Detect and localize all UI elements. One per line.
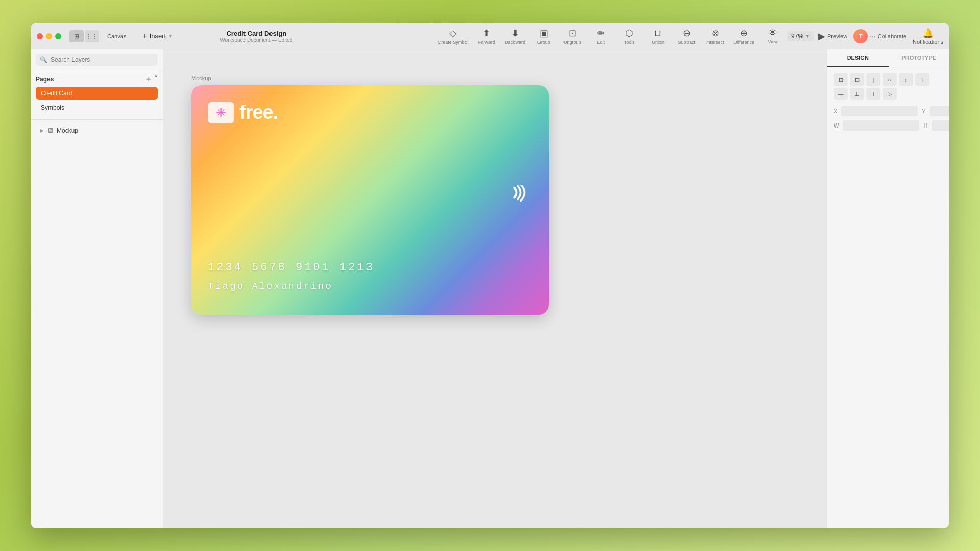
ungroup-label: Ungroup [564,40,581,45]
right-tools: ▶ Preview T ··· Collaborate 🔔 Notificati… [818,28,943,45]
search-section: 🔍 [31,49,163,70]
difference-icon: ⊕ [740,28,748,39]
pages-label: Pages [36,76,54,83]
subtract-tool[interactable]: ⊖ Subtract [676,28,697,45]
card-logo-text: free. [239,102,278,123]
toolbar-tools: ◇ Create Symbol ⬆ Forward ⬇ Backward ▣ G… [438,28,783,45]
h-input[interactable] [932,120,949,131]
w-input[interactable] [843,120,919,131]
page-item-credit-card[interactable]: Credit Card [36,87,158,100]
plus-icon: + [142,32,147,41]
h-label: H [923,122,927,129]
intersect-icon: ⊗ [712,28,719,39]
page-item-symbols[interactable]: Symbols [36,101,158,114]
align-tools: ⊞ ⊟ | ↔ ↕ ⊤ — ⊥ T ▷ [834,73,943,100]
distribute-v-button[interactable]: ▷ [883,88,897,100]
intersect-tool[interactable]: ⊗ Intersect [705,28,725,45]
right-panel-body: ⊞ ⊟ | ↔ ↕ ⊤ — ⊥ T ▷ X Y [827,67,949,528]
traffic-lights [37,33,61,39]
group-tool[interactable]: ▣ Group [533,28,554,45]
search-input-wrap: 🔍 [36,54,158,66]
view-icon: 👁 [768,28,777,38]
x-input[interactable] [841,106,918,116]
edit-tool[interactable]: ✏ Edit [591,28,611,45]
right-panel-tabs: DESIGN PROTOTYPE [827,49,949,67]
flip-v-button[interactable]: ↕ [899,73,913,86]
document-title: Credit Card Design [226,30,286,37]
preview-button[interactable]: ▶ Preview [818,31,847,42]
app-window: ⊞ ⋮⋮ Canvas + Insert ▼ Credit Card Desig… [31,23,949,528]
align-left-button[interactable]: ⊞ [834,73,848,86]
layer-monitor-icon: 🖥 [47,127,54,134]
w-label: W [834,122,839,129]
left-sidebar: 🔍 Pages ＋ ˅ Credit Card Symbols [31,49,163,528]
subtract-label: Subtract [678,40,695,45]
x-label: X [834,108,837,114]
view-label: View [768,39,777,44]
maximize-button[interactable] [55,33,61,39]
y-label: Y [922,108,925,114]
zoom-chevron: ▼ [805,34,810,39]
union-tool[interactable]: ⊔ Union [648,28,668,45]
canvas-view-button[interactable]: ⊞ [69,30,84,42]
view-toggle: ⊞ ⋮⋮ [69,30,99,42]
insert-button[interactable]: + Insert ▼ [138,30,177,43]
more-button[interactable]: ··· [870,32,876,40]
document-title-section: Credit Card Design Workspace Document — … [181,30,434,43]
design-tab[interactable]: DESIGN [827,49,889,67]
tools-icon: ⬡ [625,28,633,39]
minimize-button[interactable] [46,33,52,39]
view-tool[interactable]: 👁 View [763,28,783,44]
align-right-button[interactable]: | [866,73,880,86]
create-symbol-tool[interactable]: ◇ Create Symbol [438,28,469,45]
align-center-h-button[interactable]: ⊟ [850,73,864,86]
grid-view-button[interactable]: ⋮⋮ [85,30,99,42]
ungroup-tool[interactable]: ⊡ Ungroup [562,28,582,45]
asterisk-icon: ✳ [216,106,226,120]
difference-tool[interactable]: ⊕ Difference [733,28,754,45]
create-symbol-icon: ◇ [449,28,456,39]
credit-card-frame[interactable]: ✳ free. 1234 5678 9101 1213 Tiago Alexan… [191,85,549,315]
credit-card-design: ✳ free. 1234 5678 9101 1213 Tiago Alexan… [191,85,549,315]
pages-header: Pages ＋ ˅ [36,74,158,84]
create-symbol-label: Create Symbol [438,40,469,45]
y-input[interactable] [930,106,949,116]
backward-tool[interactable]: ⬇ Backward [505,28,525,45]
prototype-tab[interactable]: PROTOTYPE [889,49,950,67]
close-button[interactable] [37,33,43,39]
tools-tool[interactable]: ⬡ Tools [619,28,640,45]
chevron-icon: ▼ [168,33,173,39]
layer-mockup[interactable]: ▶ 🖥 Mockup [36,124,158,137]
card-logo-icon: ✳ [208,102,234,123]
forward-label: Forward [478,40,495,45]
ungroup-icon: ⊡ [569,28,576,39]
preview-label: Preview [827,33,847,39]
pages-menu-button[interactable]: ˅ [154,74,158,84]
canvas-area[interactable]: Mockup ✳ free. [163,49,827,528]
difference-label: Difference [733,40,754,45]
collaborate-section: T ··· Collaborate [853,29,906,43]
bell-icon: 🔔 [922,28,934,39]
align-middle-button[interactable]: — [834,88,848,100]
align-top-button[interactable]: ⊤ [915,73,929,86]
align-bottom-button[interactable]: ⊥ [850,88,864,100]
add-page-button[interactable]: ＋ [145,74,152,84]
flip-h-button[interactable]: ↔ [883,73,897,86]
right-panel: DESIGN PROTOTYPE ⊞ ⊟ | ↔ ↕ ⊤ — ⊥ T ▷ X [827,49,949,528]
card-number: 1234 5678 9101 1213 [208,261,375,274]
forward-tool[interactable]: ⬆ Forward [476,28,497,45]
search-icon: 🔍 [40,56,47,63]
notifications-section[interactable]: 🔔 Notifications [913,28,943,45]
title-bar: ⊞ ⋮⋮ Canvas + Insert ▼ Credit Card Desig… [31,23,949,49]
document-subtitle: Workspace Document — Edited [220,37,292,43]
insert-label: Insert [150,32,166,40]
card-holder-name: Tiago Alexandrino [208,281,333,292]
zoom-value: 97% [791,33,803,40]
distribute-h-button[interactable]: T [866,88,880,100]
backward-label: Backward [505,40,525,45]
zoom-control[interactable]: 97% ▼ [787,31,814,41]
layer-chevron-icon: ▶ [40,128,44,133]
forward-icon: ⬆ [483,28,491,39]
canvas-label: Canvas [107,33,126,39]
search-input[interactable] [51,56,154,63]
